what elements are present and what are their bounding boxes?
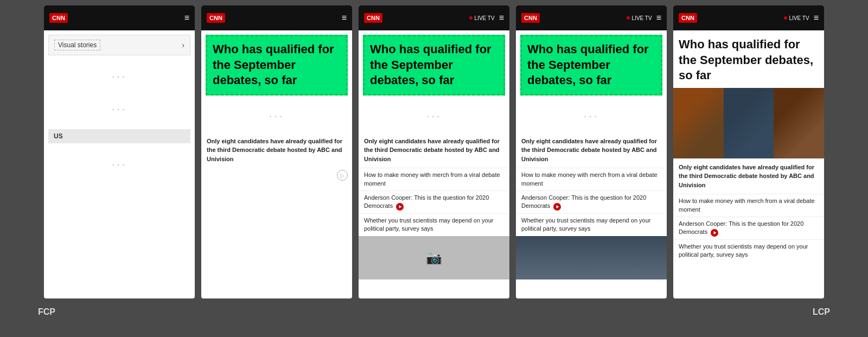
visual-stories-label: Visual stories xyxy=(54,40,100,50)
loading-dots-2: ··· xyxy=(44,92,195,125)
article-main-text-3: Only eight candidates have already quali… xyxy=(359,132,509,168)
live-tv-badge-5: LIVE TV xyxy=(784,15,809,21)
visual-stories-bar[interactable]: Visual stories › xyxy=(48,35,190,55)
live-tv-text-5: LIVE TV xyxy=(789,15,809,21)
video-play-icon-3-1 xyxy=(396,203,404,211)
scroll-indicator-2: ▷ xyxy=(201,168,352,183)
person-image-grid xyxy=(673,88,824,158)
person-image-2 xyxy=(724,88,774,158)
live-dot-5 xyxy=(784,16,787,20)
hamburger-icon-1[interactable]: ≡ xyxy=(184,13,189,23)
sub-item-5-1-text: Anderson Cooper: This is the question fo… xyxy=(679,220,803,235)
live-tv-text-3: LIVE TV xyxy=(475,15,495,21)
dark-image-box-4 xyxy=(516,236,667,279)
metric-labels-row: FCP LCP xyxy=(11,303,857,321)
sub-item-3-2[interactable]: Whether you trust scientists may depend … xyxy=(359,213,509,236)
panel-2: CNN ≡ Who has qualified for the Septembe… xyxy=(201,5,352,298)
article-title-plain-5[interactable]: Who has qualified for the September deba… xyxy=(678,35,820,86)
header-right-5: LIVE TV ≡ xyxy=(784,13,819,23)
article-main-text-2: Only eight candidates have already quali… xyxy=(201,132,352,168)
article-main-text-5: Only eight candidates have already quali… xyxy=(673,158,824,194)
sub-item-4-1[interactable]: Anderson Cooper: This is the question fo… xyxy=(516,190,667,213)
cnn-logo-1: CNN xyxy=(49,13,68,23)
article-main-text-4: Only eight candidates have already quali… xyxy=(516,132,667,168)
cnn-header-1: CNN ≡ xyxy=(44,5,195,30)
article-title-highlighted-2[interactable]: Who has qualified for the September deba… xyxy=(206,35,348,96)
sub-item-3-1[interactable]: Anderson Cooper: This is the question fo… xyxy=(359,190,509,213)
cnn-header-3: CNN LIVE TV ≡ xyxy=(359,5,509,30)
header-right-4: LIVE TV ≡ xyxy=(627,13,661,23)
person-image-1 xyxy=(673,88,724,158)
loading-dots-p4: ··· xyxy=(516,100,667,132)
sub-item-4-0[interactable]: How to make money with merch from a vira… xyxy=(516,168,667,190)
cnn-logo-2: CNN xyxy=(207,13,225,23)
live-tv-badge-4: LIVE TV xyxy=(627,15,652,21)
loading-dots-3: ··· xyxy=(44,148,195,180)
cnn-logo-4: CNN xyxy=(521,13,540,23)
sub-item-3-1-text: Anderson Cooper: This is the question fo… xyxy=(364,194,489,209)
sub-item-5-0[interactable]: How to make money with merch from a vira… xyxy=(673,194,824,217)
loading-dots-p2: ··· xyxy=(201,100,352,132)
sub-item-5-2[interactable]: Whether you trust scientists may depend … xyxy=(673,239,824,262)
article-title-highlighted-4[interactable]: Who has qualified for the September deba… xyxy=(520,35,662,96)
lcp-label: LCP xyxy=(813,307,830,317)
article-title-text-4: Who has qualified for the September deba… xyxy=(527,42,649,87)
scroll-circle-icon[interactable]: ▷ xyxy=(337,170,348,181)
arrow-right-icon: › xyxy=(182,41,184,49)
live-tv-badge-3: LIVE TV xyxy=(469,15,495,21)
article-title-text-3: Who has qualified for the September deba… xyxy=(370,42,492,87)
us-section-label: US xyxy=(48,129,190,143)
live-dot-3 xyxy=(469,16,473,20)
article-title-text-2: Who has qualified for the September deba… xyxy=(213,42,334,87)
hamburger-icon-3[interactable]: ≡ xyxy=(499,13,504,23)
cnn-logo-5: CNN xyxy=(679,13,697,23)
header-right-1: ≡ xyxy=(184,13,189,23)
gray-box-text-3: 📷 xyxy=(426,250,442,265)
hamburger-icon-5[interactable]: ≡ xyxy=(814,13,819,23)
sub-item-4-2[interactable]: Whether you trust scientists may depend … xyxy=(516,213,667,236)
article-title-highlighted-3[interactable]: Who has qualified for the September deba… xyxy=(363,35,505,96)
cnn-header-2: CNN ≡ xyxy=(201,5,352,30)
panel-3: CNN LIVE TV ≡ Who has qualified for the … xyxy=(359,5,509,298)
sub-item-3-0[interactable]: How to make money with merch from a vira… xyxy=(359,168,509,190)
video-play-icon-4-1 xyxy=(553,203,561,211)
header-right-3: LIVE TV ≡ xyxy=(469,13,504,23)
panel-4: CNN LIVE TV ≡ Who has qualified for the … xyxy=(516,5,667,298)
header-right-2: ≡ xyxy=(342,13,347,23)
hamburger-icon-4[interactable]: ≡ xyxy=(656,13,661,23)
gray-image-box-3: 📷 xyxy=(359,236,509,279)
panels-container: CNN ≡ Visual stories › ··· ··· US ··· CN… xyxy=(11,5,857,298)
sub-item-5-1[interactable]: Anderson Cooper: This is the question fo… xyxy=(673,217,824,239)
loading-dots-p3: ··· xyxy=(359,100,509,132)
hamburger-icon-2[interactable]: ≡ xyxy=(342,13,347,23)
video-play-icon-5-1 xyxy=(711,229,718,237)
sub-item-4-1-text: Anderson Cooper: This is the question fo… xyxy=(521,194,646,209)
panel-lcp: CNN LIVE TV ≡ Who has qualified for the … xyxy=(673,5,824,298)
person-image-3 xyxy=(774,88,824,158)
cnn-logo-3: CNN xyxy=(364,13,382,23)
fcp-label: FCP xyxy=(38,307,55,317)
panel-fcp: CNN ≡ Visual stories › ··· ··· US ··· xyxy=(44,5,195,298)
loading-dots-1: ··· xyxy=(44,60,195,92)
cnn-header-4: CNN LIVE TV ≡ xyxy=(516,5,667,30)
article-title-text-5: Who has qualified for the September deba… xyxy=(679,37,813,82)
live-dot-4 xyxy=(627,16,630,20)
live-tv-text-4: LIVE TV xyxy=(632,15,652,21)
cnn-header-5: CNN LIVE TV ≡ xyxy=(673,5,824,30)
